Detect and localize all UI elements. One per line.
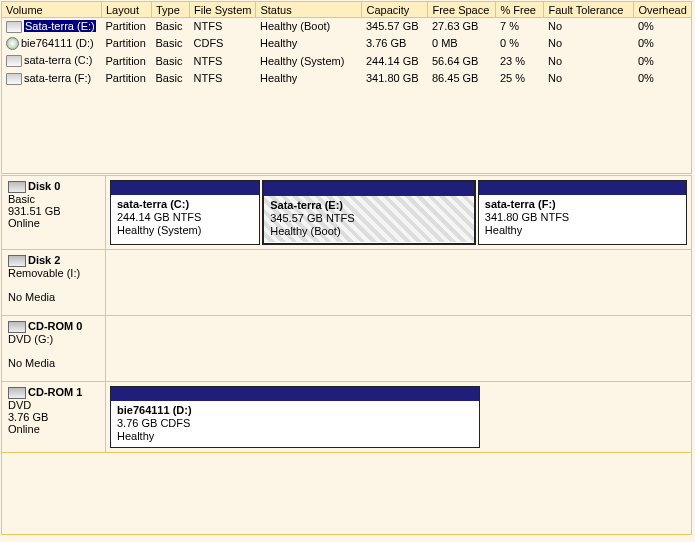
hard-drive-icon: [6, 73, 22, 85]
cell-capacity: 3.76 GB: [362, 35, 428, 52]
cell-fs: CDFS: [190, 35, 256, 52]
partition-info: 3.76 GB CDFS: [117, 417, 473, 430]
cd-drive-icon: [6, 37, 19, 50]
col-status[interactable]: Status: [256, 2, 362, 18]
partition-stripe: [111, 387, 479, 401]
disk-info-line: Online: [8, 217, 101, 229]
cell-type: Basic: [152, 35, 190, 52]
cell-capacity: 341.80 GB: [362, 69, 428, 86]
cell-pct: 7 %: [496, 18, 544, 35]
disk-info-line: Basic: [8, 193, 101, 205]
cell-type: Basic: [152, 69, 190, 86]
disk-graphical-pane: Disk 0Basic931.51 GBOnlinesata-terra (C:…: [1, 175, 692, 535]
disk-icon: [8, 255, 26, 267]
disk-title: CD-ROM 1: [28, 386, 82, 398]
cell-oh: 0%: [634, 18, 692, 35]
cell-ft: No: [544, 18, 634, 35]
partition-status: Healthy (System): [117, 224, 253, 237]
cell-free: 0 MB: [428, 35, 496, 52]
cell-layout: Partition: [102, 69, 152, 86]
volume-row[interactable]: Sata-terra (E:)PartitionBasicNTFSHealthy…: [2, 18, 692, 35]
cell-status: Healthy (Boot): [256, 18, 362, 35]
disk-row: Disk 0Basic931.51 GBOnlinesata-terra (C:…: [2, 176, 691, 250]
col-pctfree[interactable]: % Free: [496, 2, 544, 18]
disk-row: CD-ROM 1DVD3.76 GBOnlinebie764111 (D:)3.…: [2, 382, 691, 453]
disk-partitions: sata-terra (C:)244.14 GB NTFSHealthy (Sy…: [106, 176, 691, 249]
disk-partitions: [106, 250, 691, 315]
col-filesystem[interactable]: File System: [190, 2, 256, 18]
cell-free: 56.64 GB: [428, 52, 496, 69]
disk-info-line: DVD (G:): [8, 333, 101, 345]
col-volume[interactable]: Volume: [2, 2, 102, 18]
optical-drive-icon: [8, 387, 26, 399]
cell-type: Basic: [152, 52, 190, 69]
partition-stripe: [111, 181, 259, 195]
cell-status: Healthy: [256, 35, 362, 52]
volume-row[interactable]: sata-terra (C:)PartitionBasicNTFSHealthy…: [2, 52, 692, 69]
disk-row: Disk 2Removable (I:) No Media: [2, 250, 691, 316]
disk-info-line: DVD: [8, 399, 101, 411]
disk-info-line: [8, 345, 101, 357]
disk-info-line: 3.76 GB: [8, 411, 101, 423]
volume-name: Sata-terra (E:): [24, 20, 96, 32]
hard-drive-icon: [6, 21, 22, 33]
volume-name: bie764111 (D:): [21, 37, 94, 49]
disk-info-line: No Media: [8, 357, 101, 369]
cell-pct: 0 %: [496, 35, 544, 52]
volume-list-table[interactable]: Volume Layout Type File System Status Ca…: [1, 1, 692, 174]
partition-box[interactable]: bie764111 (D:)3.76 GB CDFSHealthy: [110, 386, 480, 448]
partition-name: sata-terra (F:): [485, 198, 680, 211]
cell-ft: No: [544, 69, 634, 86]
partition-stripe: [264, 182, 474, 196]
disk-partitions: bie764111 (D:)3.76 GB CDFSHealthy: [106, 382, 691, 452]
partition-info: 244.14 GB NTFS: [117, 211, 253, 224]
disk-info[interactable]: CD-ROM 1DVD3.76 GBOnline: [2, 382, 106, 452]
partition-status: Healthy: [485, 224, 680, 237]
cell-oh: 0%: [634, 35, 692, 52]
cell-oh: 0%: [634, 69, 692, 86]
cell-status: Healthy: [256, 69, 362, 86]
cell-layout: Partition: [102, 18, 152, 35]
partition-box[interactable]: Sata-terra (E:)345.57 GB NTFSHealthy (Bo…: [262, 180, 476, 245]
col-layout[interactable]: Layout: [102, 2, 152, 18]
partition-status: Healthy: [117, 430, 473, 443]
cell-fs: NTFS: [190, 69, 256, 86]
disk-info-line: Online: [8, 423, 101, 435]
disk-info-line: Removable (I:): [8, 267, 101, 279]
col-type[interactable]: Type: [152, 2, 190, 18]
cell-capacity: 345.57 GB: [362, 18, 428, 35]
col-capacity[interactable]: Capacity: [362, 2, 428, 18]
volume-row[interactable]: sata-terra (F:)PartitionBasicNTFSHealthy…: [2, 69, 692, 86]
col-freespace[interactable]: Free Space: [428, 2, 496, 18]
partition-status: Healthy (Boot): [270, 225, 468, 238]
partition-box[interactable]: sata-terra (C:)244.14 GB NTFSHealthy (Sy…: [110, 180, 260, 245]
volume-name: sata-terra (C:): [24, 54, 92, 66]
cell-free: 27.63 GB: [428, 18, 496, 35]
col-overhead[interactable]: Overhead: [634, 2, 692, 18]
disk-info[interactable]: CD-ROM 0DVD (G:) No Media: [2, 316, 106, 381]
cell-layout: Partition: [102, 35, 152, 52]
col-faulttol[interactable]: Fault Tolerance: [544, 2, 634, 18]
partition-name: Sata-terra (E:): [270, 199, 468, 212]
disk-info[interactable]: Disk 0Basic931.51 GBOnline: [2, 176, 106, 249]
cell-ft: No: [544, 52, 634, 69]
partition-info: 345.57 GB NTFS: [270, 212, 468, 225]
volume-name: sata-terra (F:): [24, 72, 91, 84]
disk-info-line: 931.51 GB: [8, 205, 101, 217]
partition-name: bie764111 (D:): [117, 404, 473, 417]
disk-icon: [8, 181, 26, 193]
disk-title: Disk 0: [28, 180, 60, 192]
partition-name: sata-terra (C:): [117, 198, 253, 211]
disk-info-line: [8, 279, 101, 291]
cell-pct: 23 %: [496, 52, 544, 69]
cell-status: Healthy (System): [256, 52, 362, 69]
cell-free: 86.45 GB: [428, 69, 496, 86]
cell-type: Basic: [152, 18, 190, 35]
cell-fs: NTFS: [190, 18, 256, 35]
disk-info[interactable]: Disk 2Removable (I:) No Media: [2, 250, 106, 315]
cell-capacity: 244.14 GB: [362, 52, 428, 69]
volume-row[interactable]: bie764111 (D:)PartitionBasicCDFSHealthy3…: [2, 35, 692, 52]
hard-drive-icon: [6, 55, 22, 67]
partition-box[interactable]: sata-terra (F:)341.80 GB NTFSHealthy: [478, 180, 687, 245]
disk-info-line: No Media: [8, 291, 101, 303]
